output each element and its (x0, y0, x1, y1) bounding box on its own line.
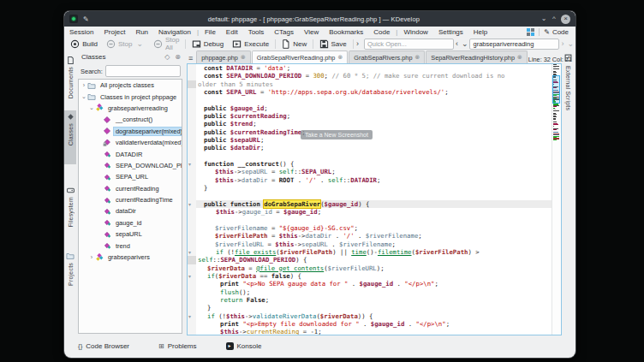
tree-item-gauge_id[interactable]: gauge_id (79, 217, 182, 228)
toolview-tab-filesystem[interactable]: Filesystem (64, 184, 76, 246)
code-line[interactable]: function __construct() { (196, 160, 552, 168)
code-line[interactable]: public $currentReadingTime; (196, 128, 552, 136)
code-line[interactable]: print "<p>No SEPA gauge data for " . $ga… (196, 280, 552, 288)
tree-item-dograbsepariver-mixed-[interactable]: dograbsepariver(mixed) (79, 126, 182, 137)
menu-file[interactable]: File (200, 28, 221, 36)
menu-help[interactable]: Help (468, 28, 492, 36)
code-line[interactable] (196, 193, 552, 200)
menu-tools[interactable]: Tools (243, 28, 270, 36)
toolview-tab-documents[interactable]: Documents (64, 54, 76, 110)
document-list-icon[interactable]: ≡ (187, 54, 196, 63)
menu-window[interactable]: Window (398, 28, 432, 36)
tree-expander-icon[interactable]: › (88, 254, 95, 260)
symbol-search-input[interactable] (469, 39, 559, 50)
code-line[interactable] (196, 96, 552, 104)
quick-open-input[interactable] (364, 39, 454, 50)
tree-item-DATADIR[interactable]: DATADIR (79, 148, 182, 159)
code-line[interactable]: $this->gauge_id = $gauge_id; (196, 208, 552, 216)
panel-detach-icon[interactable]: ◇ (162, 53, 172, 61)
nav-forward-dropdown-icon[interactable]: ⌄ (565, 39, 575, 48)
code-line[interactable]: public function doGrabSepaRiver($gauge_i… (196, 200, 552, 208)
tree-item-trend[interactable]: trend (79, 240, 182, 251)
stop-all-button[interactable]: Stop All (149, 38, 183, 50)
fold-marker-icon[interactable]: ▾ (188, 201, 195, 209)
nav-back-icon[interactable]: ‹ (454, 39, 460, 48)
menu-project[interactable]: Project (98, 28, 130, 36)
close-button[interactable]: × (561, 15, 570, 24)
doc-tab-GrabSepaRivers-php[interactable]: GrabSepaRivers.php⊗ (349, 50, 425, 63)
tree-item-sepaURL[interactable]: sepaURL (79, 228, 182, 240)
new-button[interactable]: New (277, 38, 311, 50)
code-line[interactable]: const DATADIR = 'data'; (196, 64, 552, 72)
menu-navigation[interactable]: Navigation (153, 28, 196, 36)
minimap-scrollbar[interactable] (552, 64, 561, 335)
code-line[interactable]: $this->currentReading = -1; (196, 328, 552, 335)
toolbar-overflow-chevron[interactable]: › (355, 39, 361, 48)
tree-item-__construct--[interactable]: __construct() (79, 114, 182, 125)
menu-run[interactable]: Run (130, 28, 153, 36)
code-line[interactable]: public $dataDir; (196, 144, 552, 151)
menu-bookmarks[interactable]: Bookmarks (324, 28, 368, 36)
tree-expander-icon[interactable]: ⌄ (88, 104, 95, 111)
dropdown-chevron-icon[interactable]: ⌄ (134, 39, 145, 48)
code-line[interactable]: $riverFilePath = $this->dataDir . '/' . … (196, 232, 552, 240)
code-line[interactable]: self::SEPA_DOWNLOAD_PERIOD) { (196, 256, 552, 264)
code-line[interactable]: $this->dataDir = ROOT . '/' . self::DATA… (196, 176, 552, 184)
bottom-button-problems[interactable]: ⊞Problems (158, 342, 197, 350)
nav-back-dropdown-icon[interactable]: ⌄ (460, 39, 470, 48)
tab-close-icon[interactable]: ⊗ (414, 54, 420, 61)
tree-item-currentReadingTime[interactable]: currentReadingTime (79, 194, 182, 205)
toolview-tab-classes[interactable]: Classes (64, 110, 76, 164)
menu-view[interactable]: View (299, 28, 324, 36)
tree-item-currentReading[interactable]: currentReading (79, 183, 182, 194)
tree-item-All-projects-classes[interactable]: ›All projects classes (79, 80, 182, 91)
menu-code[interactable]: Code (368, 28, 395, 36)
bottom-button-konsole[interactable]: ▸Konsole (226, 342, 262, 350)
code-line[interactable]: $riverFilename = "${gauge_id}-SG.csv"; (196, 224, 552, 232)
menu-edit[interactable]: Edit (221, 28, 243, 36)
tab-close-icon[interactable]: ⊗ (517, 54, 522, 61)
code-line[interactable]: public $gauge_id; (196, 104, 552, 112)
save-button[interactable]: Save (315, 38, 351, 50)
code-line[interactable]: const SEPA_URL = 'http://apps.sepa.org.u… (196, 88, 552, 96)
tree-item-Classes-in-project-phppage[interactable]: ⌄Classes in project phppage (79, 91, 182, 102)
tree-item-SEPA_URL[interactable]: SEPA_URL (79, 171, 182, 182)
bottom-button-code-browser[interactable]: {}Code Browser (78, 342, 129, 350)
tree-item-SEPA_DOWNLOAD_PERIOD[interactable]: SEPA_DOWNLOAD_PERIOD (79, 160, 182, 171)
code-line[interactable]: print "<p>Empty file downloaded for " . … (196, 320, 552, 328)
panel-close-icon[interactable]: ⊗ (172, 53, 183, 61)
code-line[interactable]: } (196, 304, 552, 312)
tree-item-validateriverdata-mixed-[interactable]: validateriverdata(mixed) (79, 137, 182, 148)
tree-item-grabseparivers[interactable]: ›grabseparivers (79, 252, 182, 263)
code-line[interactable]: flush(); (196, 288, 552, 296)
fold-marker-icon[interactable]: ▾ (188, 313, 195, 321)
tree-expander-icon[interactable]: › (80, 82, 87, 88)
menu-ctags[interactable]: CTags (269, 28, 299, 36)
code-line[interactable] (196, 217, 552, 224)
code-area-button[interactable]: ✎ Code (539, 28, 575, 36)
tab-close-icon[interactable]: ⊗ (241, 54, 246, 61)
code-line[interactable]: public $trend; (196, 120, 552, 128)
code-editor[interactable]: ▾▾▾▾▾ const DATADIR = 'data';const SEPA_… (187, 63, 562, 335)
code-line[interactable]: if (!file_exists($riverFilePath) || time… (196, 248, 552, 256)
toolview-tab-external-scripts[interactable]: External Scripts (565, 66, 571, 110)
code-line[interactable]: return False; (196, 296, 552, 304)
fold-marker-icon[interactable]: ▾ (188, 273, 195, 281)
code-line[interactable] (196, 152, 552, 160)
menu-settings[interactable]: Settings (433, 28, 468, 36)
execute-button[interactable]: Execute (228, 38, 273, 50)
fold-marker-icon[interactable]: ▾ (188, 161, 195, 169)
doc-tab-phppage-php[interactable]: phppage.php⊗ (196, 50, 250, 63)
minimize-button[interactable]: ⌄ (539, 14, 549, 24)
debug-button[interactable]: Debug (188, 38, 229, 50)
doc-tab-GrabSepaRiverReading-php[interactable]: GrabSepaRiverReading.php⊗ (252, 50, 349, 63)
code-line[interactable]: public $sepaURL; (196, 136, 552, 144)
classes-search-input[interactable] (105, 65, 181, 77)
toolview-tab-projects[interactable]: Projects (64, 249, 76, 301)
code-line[interactable]: older than 5 minutes (196, 80, 552, 88)
code-line[interactable]: public $currentReading; (196, 112, 552, 120)
build-button[interactable]: Build (66, 38, 102, 50)
tab-close-icon[interactable]: ⊗ (337, 54, 343, 61)
menu-session[interactable]: Session (64, 28, 98, 36)
code-line[interactable]: if($riverData == false) { (196, 272, 552, 280)
